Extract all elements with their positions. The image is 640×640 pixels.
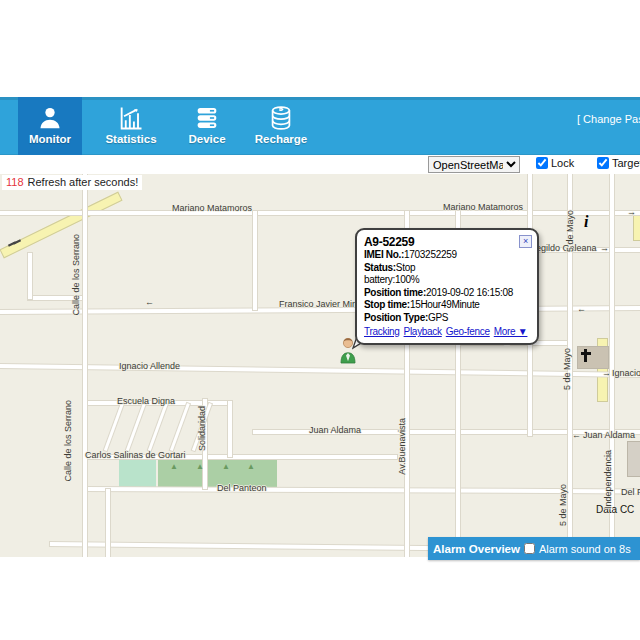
road-segment (83, 174, 87, 557)
popup-links: TrackingPlaybackGeo-fenceMore ▼ (364, 326, 530, 337)
building (627, 441, 640, 477)
street-label: Juan Aldama (309, 425, 361, 435)
tree-icon: ▲ (247, 463, 255, 471)
person-icon (18, 103, 82, 133)
street-label: Ignacio Allende (612, 368, 640, 378)
tracking-link[interactable]: Tracking (364, 326, 400, 337)
road-arrow: ← (145, 297, 154, 307)
road-segment (633, 213, 640, 241)
road-segment (85, 487, 640, 493)
street-label: Ignacio Allende (119, 361, 180, 371)
map-canvas[interactable]: i ▲ ▲ ▲ ▲ Data CC Mariano MatamorosMaria… (0, 174, 640, 557)
popup-row-imei: IMEI No.:1703252259 (364, 249, 530, 262)
road-segment (104, 403, 124, 451)
tab-device-label: Device (176, 133, 238, 145)
popup-title: A9-52259 (364, 235, 530, 249)
road-segment (148, 403, 168, 451)
tree-icon: ▲ (222, 463, 230, 471)
street-label: Calle de los Serrano (63, 400, 73, 482)
device-info-popup: × A9-52259 IMEI No.:1703252259 Status:St… (355, 228, 539, 345)
road-segment (253, 211, 257, 310)
road-arrow: ← (577, 304, 586, 314)
popup-row-position-type: Position Type:GPS (364, 312, 530, 325)
street-label: Del P (621, 487, 640, 497)
tab-monitor-label: Monitor (18, 133, 82, 145)
road-arrow: ← (572, 430, 581, 440)
tab-statistics[interactable]: Statistics (94, 97, 168, 155)
street-label: Escuela Digna (117, 396, 175, 406)
tree-icon: ▲ (196, 463, 204, 471)
street-label: Independencia (603, 450, 613, 509)
coins-icon (244, 103, 318, 133)
server-icon (176, 103, 238, 133)
church-cross-icon (584, 349, 587, 362)
cemetery-area (119, 457, 156, 489)
map-type-select[interactable]: OpenStreetMap (428, 156, 520, 173)
change-password-link[interactable]: [ Change Pass (577, 113, 640, 125)
road-segment (228, 401, 232, 457)
map-attribution: Data CC (596, 504, 634, 515)
popup-row-stop-time: Stop time:15Hour49Minute (364, 299, 530, 312)
bar-chart-icon (94, 103, 168, 133)
street-label: Calle de los Serrano (71, 234, 81, 316)
street-label: 5 de Mayo (562, 348, 572, 390)
tree-icon: ▲ (170, 463, 178, 471)
tab-recharge-label: Recharge (244, 133, 318, 145)
refresh-countdown-number: 118 (6, 176, 24, 188)
info-icon: i (584, 215, 588, 229)
street-label: Mariano Matamoros (443, 202, 523, 212)
popup-row-battery: battery:100% (364, 274, 530, 287)
tab-device[interactable]: Device (176, 97, 238, 155)
main-navbar: Monitor Statistics Device (0, 97, 640, 155)
road-segment (170, 403, 190, 451)
alarm-sound-label: Alarm sound on 8s (539, 543, 631, 555)
refresh-message: Refresh after seconds! (28, 176, 139, 188)
geo-fence-link[interactable]: Geo-fence (446, 326, 490, 337)
lock-checkbox[interactable] (536, 157, 548, 169)
map-controls-row: OpenStreetMap Lock Target (0, 155, 640, 174)
alarm-sound-checkbox[interactable] (524, 543, 535, 554)
target-checkbox[interactable] (597, 157, 609, 169)
street-label: Juan Aldama (583, 430, 635, 440)
church-building (577, 346, 609, 369)
refresh-countdown: 118Refresh after seconds! (2, 175, 142, 190)
tab-recharge[interactable]: Recharge (244, 97, 318, 155)
close-icon[interactable]: × (519, 235, 532, 248)
road-segment (28, 253, 32, 299)
popup-row-position-time: Position time:2019-09-02 16:15:08 (364, 287, 530, 300)
street-label: Fransico Javier Mina (279, 299, 362, 309)
street-label: Av.Buenavista (397, 418, 407, 475)
street-label: Solidaridad (197, 406, 207, 451)
alarm-overview-title[interactable]: Alarm Overview (433, 543, 520, 555)
road-segment (126, 403, 146, 451)
road-arrow: → (627, 207, 636, 217)
street-label: Mariano Matamoros (172, 203, 252, 213)
more-link[interactable]: More ▼ (494, 326, 528, 337)
road-segment (0, 192, 123, 259)
street-label: 5 de Mayo (558, 484, 568, 526)
target-label[interactable]: Target (612, 157, 640, 169)
lock-label[interactable]: Lock (551, 157, 574, 169)
street-label: Carlos Salinas de Gortari (85, 450, 186, 460)
alarm-overview-bar[interactable]: Alarm Overview Alarm sound on 8s (428, 537, 640, 560)
road-arrow: → (602, 368, 611, 378)
road-segment (106, 489, 110, 557)
tab-statistics-label: Statistics (94, 133, 168, 145)
street-label: Del Panteon (217, 483, 267, 493)
tab-monitor[interactable]: Monitor (18, 97, 82, 155)
street-label: 5 de Mayo (565, 210, 575, 252)
road-segment (0, 364, 640, 377)
road-segment (0, 211, 640, 215)
playback-link[interactable]: Playback (404, 326, 442, 337)
popup-row-status: Status:Stop (364, 262, 530, 275)
road-arrow: → (600, 243, 609, 253)
